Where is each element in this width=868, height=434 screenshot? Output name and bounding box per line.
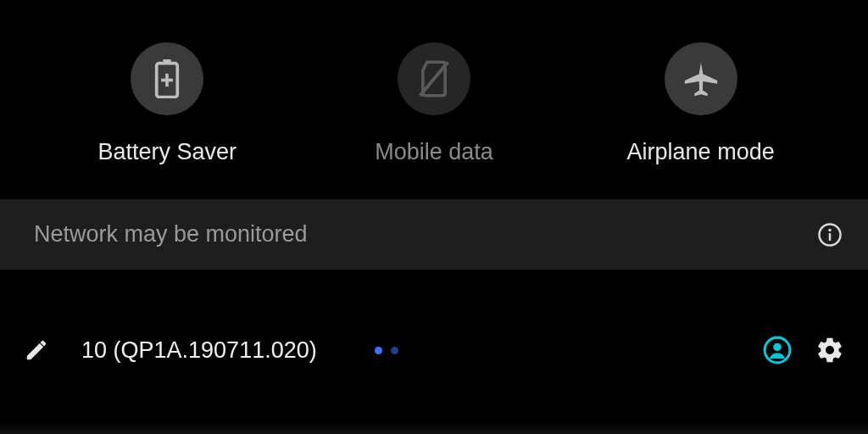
banner-text: Network may be monitored	[34, 221, 308, 248]
tile-circle	[131, 42, 203, 115]
gear-icon[interactable]	[815, 336, 844, 364]
edit-icon[interactable]	[24, 337, 49, 363]
page-dot-active	[375, 347, 382, 354]
tile-label: Mobile data	[375, 139, 493, 165]
page-dot	[391, 347, 398, 354]
info-icon	[817, 222, 843, 248]
quick-settings-panel: Battery Saver Mobile data	[0, 0, 868, 434]
svg-point-9	[773, 343, 782, 352]
tile-circle	[665, 42, 737, 115]
airplane-icon	[682, 59, 721, 98]
tile-airplane-mode[interactable]: Airplane mode	[582, 42, 820, 165]
tile-battery-saver[interactable]: Battery Saver	[48, 42, 286, 165]
tile-label: Battery Saver	[98, 139, 237, 165]
quick-settings-tiles-row: Battery Saver Mobile data	[0, 0, 868, 199]
build-version-text: 10 (QP1A.190711.020)	[81, 337, 317, 364]
quick-settings-footer: 10 (QP1A.190711.020)	[0, 270, 868, 434]
tile-label: Airplane mode	[627, 139, 775, 165]
no-sim-icon	[417, 59, 451, 98]
page-indicator	[375, 347, 398, 354]
svg-point-6	[828, 228, 832, 231]
svg-rect-7	[829, 233, 832, 241]
tile-mobile-data[interactable]: Mobile data	[315, 42, 553, 165]
network-monitored-banner[interactable]: Network may be monitored	[0, 199, 868, 270]
user-icon[interactable]	[763, 336, 792, 364]
tile-circle	[398, 42, 470, 115]
battery-plus-icon	[151, 59, 183, 98]
